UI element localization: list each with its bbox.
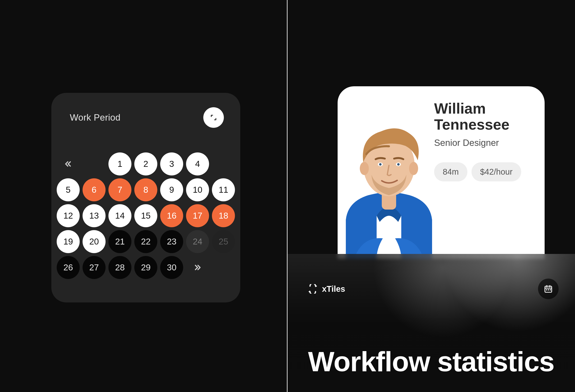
- svg-marker-9: [309, 291, 310, 293]
- expand-button[interactable]: [203, 107, 224, 128]
- calendar-day-9[interactable]: 9: [160, 178, 183, 201]
- calendar-day-8[interactable]: 8: [134, 178, 157, 201]
- calendar-day-27[interactable]: 27: [83, 256, 106, 279]
- calendar-button[interactable]: [538, 279, 559, 299]
- app-root: Work Period 1234567891011121314151617181…: [0, 0, 575, 392]
- expand-icon: [210, 114, 217, 121]
- rate-chip[interactable]: $42/hour: [472, 162, 521, 181]
- calendar-day-3[interactable]: 3: [160, 152, 183, 175]
- svg-marker-8: [315, 285, 317, 287]
- calendar-title: Work Period: [70, 112, 120, 123]
- calendar-day-21[interactable]: 21: [108, 230, 131, 253]
- calendar-day-25[interactable]: 25: [212, 230, 235, 253]
- calendar-day-30[interactable]: 30: [160, 256, 183, 279]
- svg-point-3: [409, 162, 418, 175]
- calendar-day-11[interactable]: 11: [212, 178, 235, 201]
- svg-point-5: [379, 163, 382, 166]
- overlay-topbar: xTiles: [308, 279, 559, 299]
- chevrons-left-icon: [64, 160, 72, 168]
- calendar-day-23[interactable]: 23: [160, 230, 183, 253]
- calendar-day-10[interactable]: 10: [186, 178, 209, 201]
- calendar-day-19[interactable]: 19: [57, 230, 80, 253]
- svg-rect-15: [548, 289, 549, 291]
- calendar-day-5[interactable]: 5: [57, 178, 80, 201]
- time-chip[interactable]: 84m: [434, 162, 467, 181]
- calendar-day-17[interactable]: 17: [186, 204, 209, 227]
- statistics-title: Workflow statistics: [308, 345, 554, 378]
- brand-name: xTiles: [322, 284, 345, 294]
- calendar-prev-button[interactable]: [57, 152, 80, 175]
- calendar-day-14[interactable]: 14: [108, 204, 131, 227]
- avatar: [338, 113, 440, 259]
- calendar-day-12[interactable]: 12: [57, 204, 80, 227]
- calendar-day-22[interactable]: 22: [134, 230, 157, 253]
- brand[interactable]: xTiles: [308, 284, 345, 294]
- calendar-day-2[interactable]: 2: [134, 152, 157, 175]
- svg-point-2: [360, 162, 369, 175]
- profile-name: William Tennessee: [434, 101, 535, 133]
- chevrons-right-icon: [193, 263, 202, 272]
- left-panel: Work Period 1234567891011121314151617181…: [0, 0, 288, 392]
- profile-card: William Tennessee Senior Designer 84m $4…: [338, 86, 545, 259]
- calendar-header: Work Period: [62, 107, 230, 128]
- calendar-icon: [544, 284, 553, 294]
- calendar-day-1[interactable]: 1: [108, 152, 131, 175]
- statistics-overlay: xTiles Workflow statistics: [288, 254, 575, 392]
- profile-name-last: Tennessee: [434, 116, 509, 133]
- calendar-day-18[interactable]: 18: [212, 204, 235, 227]
- calendar-day-28[interactable]: 28: [108, 256, 131, 279]
- calendar-next-button[interactable]: [186, 256, 209, 279]
- work-period-card: Work Period 1234567891011121314151617181…: [51, 93, 240, 302]
- calendar-day-16[interactable]: 16: [160, 204, 183, 227]
- calendar-day-6[interactable]: 6: [83, 178, 106, 201]
- calendar-day-4[interactable]: 4: [186, 152, 209, 175]
- svg-rect-16: [550, 289, 551, 291]
- profile-name-first: William: [434, 100, 486, 117]
- profile-chips: 84m $42/hour: [434, 162, 521, 181]
- profile-role: Senior Designer: [434, 138, 499, 148]
- svg-rect-10: [545, 286, 552, 292]
- calendar-day-26[interactable]: 26: [57, 256, 80, 279]
- calendar-day-20[interactable]: 20: [83, 230, 106, 253]
- right-panel: William Tennessee Senior Designer 84m $4…: [288, 0, 575, 392]
- calendar-day-13[interactable]: 13: [83, 204, 106, 227]
- brand-logo-icon: [308, 284, 317, 294]
- calendar-day-7[interactable]: 7: [108, 178, 131, 201]
- svg-rect-14: [546, 289, 547, 291]
- calendar-day-24[interactable]: 24: [186, 230, 209, 253]
- calendar-day-15[interactable]: 15: [134, 204, 157, 227]
- calendar-grid: 1234567891011121314151617181920212223242…: [62, 152, 230, 279]
- svg-point-7: [397, 163, 400, 166]
- calendar-day-29[interactable]: 29: [134, 256, 157, 279]
